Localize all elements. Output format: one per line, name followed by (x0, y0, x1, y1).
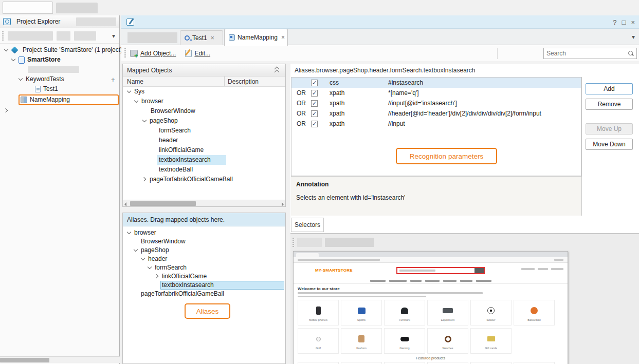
tab-list-dropdown-icon[interactable]: ▾ (632, 33, 635, 41)
product-tile[interactable] (298, 362, 339, 364)
redacted-toolbar-button[interactable] (74, 31, 96, 41)
add-button[interactable]: Add (586, 83, 633, 94)
mapped-objects-horizontal-scrollbar[interactable] (123, 200, 285, 206)
move-up-button[interactable]: Move Up (586, 123, 633, 135)
tree-item-pageshop[interactable]: pageShop (123, 116, 285, 126)
checkbox-checked[interactable]: ✓ (311, 100, 318, 107)
product-tile[interactable]: Gaming (384, 328, 425, 354)
chevron-down-icon[interactable] (148, 265, 152, 270)
tree-item-linkofficialgame[interactable]: linkOfficialGame (123, 145, 285, 155)
tab-close-icon[interactable]: × (281, 34, 285, 41)
product-tile[interactable]: Mobile phones (298, 300, 339, 325)
tree-item-redacted[interactable] (0, 65, 119, 74)
product-tile[interactable]: Watches (427, 328, 468, 354)
selector-type[interactable]: xpath (325, 100, 386, 107)
chevron-right-icon[interactable] (155, 274, 159, 279)
product-tile[interactable]: Fashion (341, 328, 382, 354)
tab-name-mapping-active[interactable]: NameMapping × (224, 29, 288, 46)
chevron-down-icon[interactable] (134, 248, 138, 253)
scroll-right-icon[interactable] (282, 202, 284, 206)
product-tile[interactable]: Golf (298, 328, 339, 354)
column-description[interactable]: Description (228, 78, 259, 85)
redacted-button[interactable] (76, 17, 116, 26)
scroll-left-icon[interactable] (124, 202, 126, 206)
redacted-toolbar-button[interactable] (8, 31, 53, 41)
add-item-icon[interactable]: + (111, 75, 115, 84)
alias-browser[interactable]: browser (123, 228, 285, 237)
tab-test1[interactable]: Test1 × (180, 30, 223, 45)
product-tile[interactable] (470, 362, 512, 364)
tree-item-project[interactable]: SmartStore (0, 55, 119, 65)
tree-label[interactable]: pageTorfabrikOfficialGameBall (150, 175, 233, 184)
selector-value[interactable]: *[name='q'] (386, 89, 581, 97)
explorer-horizontal-scrollbar[interactable] (0, 356, 120, 363)
tree-label[interactable]: Sys (134, 87, 144, 97)
checkbox-checked[interactable]: ✓ (311, 90, 318, 97)
redacted-toolbar-button[interactable] (325, 238, 374, 247)
product-tile[interactable]: Soccer (470, 300, 512, 325)
recognition-row[interactable]: ✓ css #instasearch (291, 78, 581, 88)
tree-item-keyword-tests[interactable]: KeywordTests + (0, 74, 119, 84)
tree-label[interactable]: textnodeBall (159, 165, 193, 175)
scrollbar-thumb[interactable] (130, 201, 196, 206)
scrollbar-thumb[interactable] (0, 358, 49, 362)
search-icon[interactable] (628, 50, 634, 56)
test1-label[interactable]: Test1 (43, 84, 58, 94)
tree-item-formsearch[interactable]: formSearch (123, 126, 285, 136)
tab-close-icon[interactable]: × (211, 34, 214, 42)
tree-label-selected[interactable]: textboxInstasearch (157, 155, 226, 165)
product-tile[interactable] (427, 362, 468, 364)
tab-selectors-label[interactable]: Selectors (295, 221, 320, 228)
product-tile[interactable] (384, 362, 425, 364)
tree-item-pagetorfabrik[interactable]: pageTorfabrikOfficialGameBall (123, 175, 285, 184)
selector-type[interactable]: css (325, 79, 386, 86)
chevron-down-icon[interactable] (134, 99, 139, 104)
project-label[interactable]: SmartStore (27, 55, 61, 65)
tree-item-textnodeball[interactable]: textnodeBall (123, 165, 285, 175)
selector-value[interactable]: //header[@id='header']/div[2]/div/div/di… (386, 110, 581, 117)
chevron-down-icon[interactable] (142, 119, 147, 123)
tree-label[interactable]: header (159, 136, 178, 145)
help-icon[interactable]: ? (613, 18, 616, 26)
alias-pageshop[interactable]: pageShop (123, 246, 285, 255)
checkbox-checked[interactable]: ✓ (311, 121, 318, 127)
project-suite-label[interactable]: Project Suite 'SmartStore' (1 project) (23, 45, 122, 55)
chevron-down-icon[interactable]: ▾ (112, 32, 115, 40)
product-tile[interactable]: Equipment (427, 300, 468, 325)
tree-label[interactable]: formSearch (159, 126, 191, 136)
recognition-row[interactable]: OR ✓ xpath //header[@id='header']/div[2]… (291, 108, 581, 119)
tree-item-browserwindow[interactable]: BrowserWindow (123, 106, 285, 116)
alias-browserwindow[interactable]: BrowserWindow (123, 237, 285, 246)
column-name[interactable]: Name (123, 78, 143, 85)
product-tile[interactable]: Sports (341, 300, 382, 325)
alias-header[interactable]: header (123, 255, 285, 263)
redacted-toolbar-button[interactable] (57, 31, 70, 41)
product-tile[interactable] (341, 362, 382, 364)
name-mapping-label[interactable]: NameMapping (30, 95, 70, 105)
tree-item-test1[interactable]: Test1 (0, 84, 119, 94)
restore-icon[interactable]: □ (622, 18, 626, 26)
selector-type[interactable]: xpath (325, 120, 386, 127)
toolbar-grip[interactable] (2, 31, 4, 41)
add-object-button[interactable]: Add Object... (140, 50, 176, 57)
tree-item-name-mapping[interactable]: NameMapping (0, 94, 119, 106)
edit-button[interactable]: Edit... (194, 50, 210, 57)
column-divider[interactable] (224, 76, 225, 86)
selector-value[interactable]: //input[@id='instasearch'] (386, 100, 581, 107)
checkbox-checked[interactable]: ✓ (311, 110, 318, 117)
tree-label[interactable]: browser (141, 97, 163, 106)
chevron-down-icon[interactable] (141, 257, 145, 261)
tree-item-collapsed[interactable] (0, 106, 119, 116)
selector-type[interactable]: xpath (325, 110, 386, 117)
alias-linkofficialgame[interactable]: linkOfficialGame (123, 272, 285, 281)
product-tile[interactable] (514, 362, 555, 364)
tree-item-header[interactable]: header (123, 136, 285, 145)
search-input[interactable] (546, 50, 628, 57)
tree-item-sys[interactable]: Sys (123, 87, 285, 97)
tab-name-mapping-label[interactable]: NameMapping (238, 34, 278, 41)
tree-item-textboxinstasearch-selected[interactable]: textboxInstasearch (123, 155, 285, 165)
chevron-right-icon[interactable] (142, 177, 147, 182)
tab-placeholder[interactable] (127, 32, 177, 43)
keyword-tests-label[interactable]: KeywordTests (26, 74, 64, 84)
tab-selectors[interactable]: Selectors (291, 218, 324, 232)
